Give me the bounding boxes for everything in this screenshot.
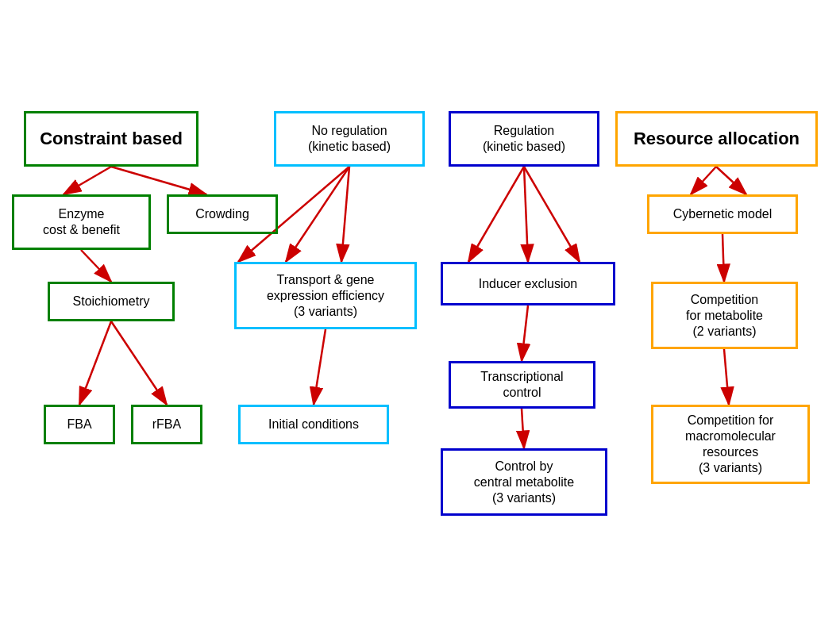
initial-conditions: Initial conditions: [238, 405, 389, 444]
svg-line-10: [468, 167, 524, 262]
cybernetic-model: Cybernetic model: [647, 194, 798, 234]
svg-line-17: [722, 234, 724, 282]
control-central: Control by central metabolite (3 variant…: [441, 448, 607, 516]
inducer-exclusion: Inducer exclusion: [441, 262, 615, 305]
svg-line-2: [111, 167, 206, 194]
svg-line-7: [341, 167, 349, 262]
svg-line-1: [64, 167, 111, 194]
svg-line-16: [716, 167, 746, 194]
svg-line-11: [524, 167, 528, 262]
crowding: Crowding: [167, 194, 278, 234]
no-regulation: No regulation (kinetic based): [274, 111, 425, 167]
enzyme-cost: Enzyme cost & benefit: [12, 194, 151, 250]
resource-allocation: Resource allocation: [615, 111, 818, 167]
rfba: rFBA: [131, 405, 202, 444]
competition-macro: Competition for macromolecular resources…: [651, 405, 810, 484]
svg-line-12: [524, 167, 580, 262]
svg-line-15: [691, 167, 716, 194]
fba: FBA: [44, 405, 115, 444]
svg-line-3: [81, 250, 111, 282]
svg-line-14: [522, 409, 524, 448]
svg-line-5: [111, 321, 167, 405]
svg-line-4: [79, 321, 111, 405]
transport-gene: Transport & gene expression efficiency (…: [234, 262, 417, 329]
regulation: Regulation (kinetic based): [449, 111, 599, 167]
svg-line-13: [522, 305, 528, 361]
transcriptional-control: Transcriptional control: [449, 361, 595, 409]
svg-line-9: [314, 329, 326, 405]
svg-line-6: [286, 167, 349, 262]
stoichiometry: Stoichiometry: [48, 282, 175, 321]
competition-metabolite: Competition for metabolite (2 variants): [651, 282, 798, 349]
svg-line-18: [724, 349, 729, 405]
constraint-based: Constraint based: [24, 111, 198, 167]
